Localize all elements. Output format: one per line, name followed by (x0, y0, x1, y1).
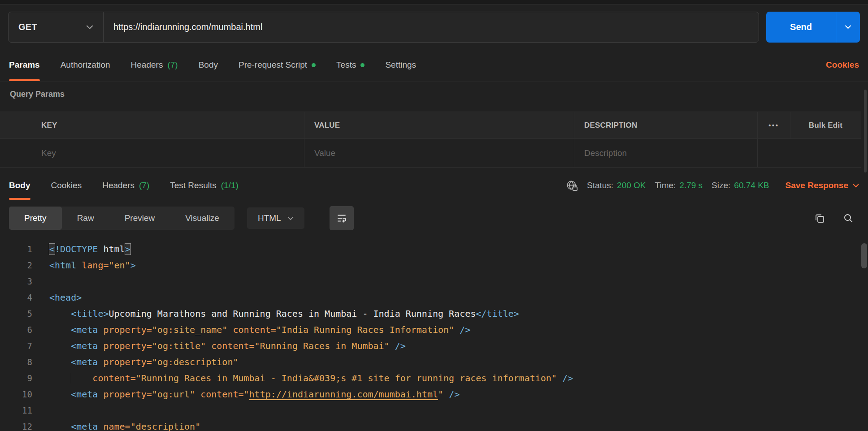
tab-label: Body (199, 60, 218, 70)
save-response-label: Save Response (786, 181, 848, 190)
time-value: 2.79 s (679, 181, 703, 190)
code-line: 8 <meta property="og:description" (0, 354, 868, 370)
response-tabs: BodyCookiesHeaders(7)Test Results(1/1) (9, 171, 239, 200)
request-tab-tests[interactable]: Tests (336, 48, 365, 81)
tab-label: Test Results (170, 181, 216, 190)
send-options-button[interactable] (836, 12, 860, 43)
line-number: 2 (0, 260, 32, 270)
request-tab-authorization[interactable]: Authorization (61, 48, 110, 81)
code-line-content: <meta property="og:description" (32, 357, 238, 367)
language-label: HTML (258, 213, 281, 223)
method-dropdown[interactable]: GET (9, 12, 104, 42)
code-lines: 1<!DOCTYPE html>2<html lang="en">34<head… (0, 241, 868, 431)
save-response-button[interactable]: Save Response (786, 181, 859, 190)
code-line: 2<html lang="en"> (0, 257, 868, 273)
url-input[interactable] (104, 12, 759, 42)
line-number: 10 (0, 389, 32, 399)
param-value-cell (304, 139, 574, 167)
line-number: 9 (0, 373, 32, 383)
view-tab-visualize[interactable]: Visualize (170, 207, 234, 230)
tab-label: Headers (102, 181, 135, 190)
tab-count-badge: (1/1) (221, 181, 239, 190)
param-key-input[interactable] (41, 148, 294, 158)
code-line-content: <html lang="en"> (32, 260, 136, 271)
more-actions-icon: ••• (768, 122, 779, 129)
window-top-divider (0, 0, 868, 4)
code-line-content: <meta property="og:url" content="http://… (32, 389, 460, 400)
request-tab-body[interactable]: Body (199, 48, 218, 81)
wrap-text-button[interactable] (330, 206, 354, 230)
code-line-content: <meta name="description" (32, 421, 200, 431)
response-scrollbar[interactable] (861, 243, 867, 268)
status-value: 200 OK (617, 181, 646, 190)
request-tab-settings[interactable]: Settings (385, 48, 416, 81)
green-status-dot-icon (360, 63, 365, 67)
language-dropdown[interactable]: HTML (247, 207, 304, 229)
line-number: 7 (0, 341, 32, 351)
page-scrollbar[interactable] (864, 90, 867, 172)
search-button[interactable] (843, 213, 854, 224)
column-header-key: KEY (31, 112, 304, 138)
response-tab-cookies[interactable]: Cookies (51, 171, 82, 200)
url-field-wrap (104, 12, 759, 42)
response-view-switcher: PrettyRawPreviewVisualize (9, 207, 234, 230)
query-params-title: Query Params (0, 82, 868, 112)
param-description-input[interactable] (584, 148, 747, 158)
request-tab-headers[interactable]: Headers(7) (131, 48, 178, 81)
row-filler-cell (757, 139, 861, 167)
request-tab-params[interactable]: Params (9, 48, 40, 81)
line-number: 12 (0, 422, 32, 431)
tab-label: Headers (131, 60, 163, 70)
code-line: 10 <meta property="og:url" content="http… (0, 386, 868, 402)
query-params-input-row (0, 139, 861, 168)
view-tab-raw[interactable]: Raw (62, 207, 109, 230)
column-header-value: VALUE (304, 112, 574, 138)
send-split-button: Send (766, 12, 860, 43)
tab-label: Cookies (51, 181, 82, 190)
code-line: 5 <title>Upcoming Marathons and Running … (0, 306, 868, 322)
response-tab-test-results[interactable]: Test Results(1/1) (170, 171, 239, 200)
tab-label: Pre-request Script (239, 60, 307, 70)
time-indicator: Time: 2.79 s (655, 181, 703, 190)
copy-button[interactable] (814, 213, 825, 224)
code-line: 9 content="Running Races in Mumbai - Ind… (0, 370, 868, 386)
line-number: 4 (0, 293, 32, 302)
response-action-icons (814, 213, 859, 224)
bulk-edit-button[interactable]: Bulk Edit (790, 112, 861, 138)
code-line: 4<head> (0, 289, 868, 306)
cookies-link[interactable]: Cookies (826, 60, 859, 70)
status-indicator: Status: 200 OK (587, 181, 646, 190)
line-number: 6 (0, 325, 32, 335)
chevron-down-icon (287, 216, 294, 220)
code-line: 3 (0, 273, 868, 289)
ssl-certificate-globe-icon[interactable] (566, 180, 578, 192)
param-value-input[interactable] (314, 148, 564, 158)
code-line-content: <title>Upcoming Marathons and Running Ra… (32, 308, 519, 319)
status-label: Status: (587, 181, 613, 190)
green-status-dot-icon (312, 63, 316, 67)
response-body-code: 1<!DOCTYPE html>2<html lang="en">34<head… (0, 241, 868, 431)
send-button[interactable]: Send (766, 12, 836, 43)
response-tab-headers[interactable]: Headers(7) (102, 171, 149, 200)
wrap-text-icon (336, 212, 347, 224)
line-number: 8 (0, 357, 32, 367)
code-line-content: content="Running Races in Mumbai - India… (32, 373, 573, 384)
view-tab-pretty[interactable]: Pretty (9, 207, 62, 230)
response-meta: Status: 200 OK Time: 2.79 s Size: 60.74 … (566, 171, 859, 200)
copy-icon (814, 213, 825, 224)
chevron-down-icon (86, 25, 93, 30)
row-handle-cell (0, 112, 31, 138)
view-tab-preview[interactable]: Preview (109, 207, 170, 230)
code-line: 12 <meta name="description" (0, 418, 868, 431)
chevron-down-icon (853, 184, 859, 188)
more-actions-button[interactable]: ••• (757, 112, 790, 138)
tab-label: Tests (336, 60, 356, 70)
tab-count-badge: (7) (167, 60, 178, 70)
request-tabs: ParamsAuthorizationHeaders(7)BodyPre-req… (9, 48, 416, 81)
line-number: 5 (0, 309, 32, 319)
code-line: 7 <meta property="og:title" content="Run… (0, 338, 868, 354)
request-tab-pre-request-script[interactable]: Pre-request Script (239, 48, 316, 81)
request-tab-bar: ParamsAuthorizationHeaders(7)BodyPre-req… (0, 48, 868, 82)
response-tab-body[interactable]: Body (9, 171, 30, 200)
code-line-content: <!DOCTYPE html> (32, 244, 130, 254)
